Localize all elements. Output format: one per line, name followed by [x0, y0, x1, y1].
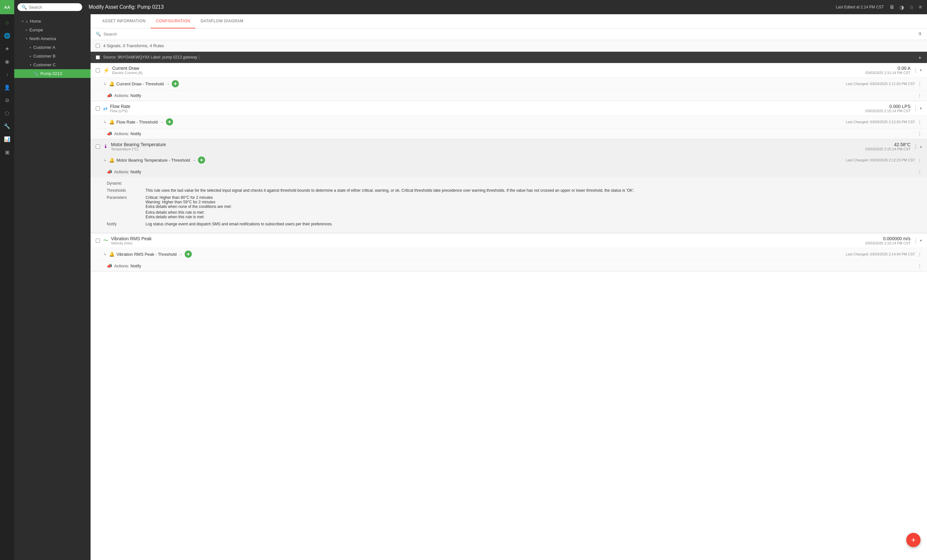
sidebar-item-customer-c[interactable]: ▾ Customer C: [14, 61, 91, 69]
detail-type-label: Dynamic: [107, 181, 146, 185]
sidebar-item-europe[interactable]: ▸ Europe: [14, 26, 91, 34]
action-flow-rate-row: 📣 Actions: Notify ⋮: [91, 128, 927, 139]
rule-current-draw-green-btn[interactable]: [172, 80, 179, 87]
signal-motor-bearing-section: 🌡 Motor Bearing Temperature Temperature …: [91, 140, 927, 234]
sidebar-item-customer-b[interactable]: ▸ Customer B: [14, 52, 91, 61]
rule-motor-bearing-dots-icon[interactable]: ⋮: [918, 158, 922, 162]
rule-vibration-threshold-name: Vibration RMS Peak - Threshold: [117, 252, 176, 257]
main-content: ASSET INFORMATION CONFIGURATION DATAFLOW…: [91, 14, 927, 560]
signal-current-draw-checkbox[interactable]: [96, 68, 100, 73]
sidebar-icon-globe[interactable]: 🌐: [1, 30, 13, 41]
sidebar-icons: ⌂ 🌐 ★ ◉ ↓ 👤 ⚙ ⬡ 🔧 📊 ▣: [0, 14, 14, 560]
home-arrow-icon: ▾: [22, 20, 24, 23]
source-collapse-icon[interactable]: ▲: [918, 55, 922, 59]
sidebar-icon-person[interactable]: 👤: [1, 82, 13, 93]
summary-checkbox[interactable]: [96, 44, 100, 48]
rule-motor-bearing-green-btn[interactable]: [198, 156, 205, 164]
rule-motor-bearing-threshold-row: ↳ 🔔 Motor Bearing Temperature - Threshol…: [91, 154, 927, 167]
sidebar-item-north-america[interactable]: ▾ North America: [14, 34, 91, 43]
rule-flow-rate-green-btn[interactable]: [166, 118, 173, 126]
sidebar-icon-wrench[interactable]: 🔧: [1, 120, 13, 132]
last-edited-text: Last Edited at 2:14 PM CST: [836, 5, 884, 9]
global-search-input[interactable]: [29, 5, 78, 10]
sidebar-item-home[interactable]: ▾ ⌂ Home: [14, 17, 91, 26]
action-megaphone-icon: 📣: [107, 169, 112, 174]
action-vibration-dots-icon[interactable]: ⋮: [918, 264, 922, 269]
vibration-dots-icon[interactable]: ⋮: [913, 238, 919, 244]
signal-motor-bearing-checkbox[interactable]: [96, 144, 100, 149]
motor-bearing-value-container: 42.58°C 03/03/2025 2:15:14 PM CST: [866, 142, 910, 151]
summary-row: 4 Signals, 0 Transforms, 4 Rules: [91, 40, 927, 52]
sidebar-icon-chart[interactable]: 📊: [1, 133, 13, 145]
vibration-name: Vibration RMS Peak: [111, 236, 152, 241]
app-logo: AA: [0, 0, 14, 14]
flow-rate-dots-icon[interactable]: ⋮: [913, 105, 919, 112]
menu-icon[interactable]: ≡: [919, 4, 922, 10]
tab-asset-information[interactable]: ASSET INFORMATION: [97, 14, 151, 29]
sidebar-item-customer-c-label: Customer C: [33, 62, 56, 67]
signal-vibration-row: 〜 Vibration RMS Peak Velocity (m/s) 0.00…: [91, 234, 927, 248]
action-value: Notify: [130, 169, 141, 174]
vibration-value-container: 0.000000 m/s 03/03/2025 2:15:14 PM CST: [866, 236, 910, 245]
star-icon[interactable]: ☆: [909, 4, 914, 11]
action-motor-bearing-dots-icon[interactable]: ⋮: [918, 169, 922, 174]
detail-param-extra3: Extra details when this rule is met:: [146, 215, 922, 219]
source-checkbox[interactable]: [96, 55, 100, 59]
signal-vibration-checkbox[interactable]: [96, 238, 100, 243]
current-draw-name: Current Draw: [112, 66, 143, 71]
vibration-date: 03/03/2025 2:15:14 PM CST: [866, 241, 910, 245]
add-fab-button[interactable]: +: [906, 533, 921, 547]
current-draw-chevron-icon[interactable]: ▾: [920, 68, 922, 73]
current-draw-dots-icon[interactable]: ⋮: [913, 67, 919, 73]
action-current-draw-dots-icon[interactable]: ⋮: [918, 93, 922, 98]
topbar-right: Last Edited at 2:14 PM CST 🖥 ◑ ☆ ≡: [836, 4, 922, 11]
tab-configuration[interactable]: CONFIGURATION: [151, 14, 195, 29]
action-value: Notify: [130, 93, 141, 98]
rule-current-draw-dots-icon[interactable]: ⋮: [918, 82, 922, 87]
motor-bearing-signal-icon: 🌡: [103, 144, 108, 149]
customer-a-arrow-icon: ▸: [30, 46, 31, 49]
sidebar-icon-star[interactable]: ★: [1, 42, 13, 54]
global-search-container[interactable]: 🔍: [17, 3, 82, 11]
detail-param-extra2: Extra details when this rule is met:: [146, 210, 922, 215]
sidebar-icon-network[interactable]: ⬡: [1, 107, 13, 119]
page-title: Modify Asset Config: Pump 0213: [89, 4, 836, 10]
sidebar-icon-download[interactable]: ↓: [1, 68, 13, 80]
sidebar-item-customer-a[interactable]: ▸ Customer A: [14, 43, 91, 52]
rule-vibration-green-btn[interactable]: [185, 250, 192, 258]
motor-bearing-chevron-icon[interactable]: ▴: [920, 144, 922, 149]
rule-motor-bearing-date: Last Changed: 03/03/2025 2:12:23 PM CST: [846, 158, 915, 162]
sidebar-item-pump-0213-label: Pump 0213: [40, 71, 62, 76]
north-america-arrow-icon: ▾: [26, 37, 27, 40]
sidebar-icon-terminal[interactable]: ▣: [1, 146, 13, 158]
motor-bearing-dots-icon[interactable]: ⋮: [913, 144, 919, 150]
config-search-input[interactable]: [103, 32, 915, 36]
signal-vibration-section: 〜 Vibration RMS Peak Velocity (m/s) 0.00…: [91, 234, 927, 272]
source-dots-icon[interactable]: ⋮: [197, 55, 201, 59]
sidebar-item-customer-a-label: Customer A: [33, 45, 55, 50]
sidebar-icon-settings[interactable]: ⚙: [1, 94, 13, 106]
tab-dataflow-diagram[interactable]: DATAFLOW DIAGRAM: [195, 14, 248, 29]
rule-vibration-dots-icon[interactable]: ⋮: [918, 252, 922, 257]
rule-indent-icon: ↳: [103, 252, 106, 256]
detail-thresholds-row: Thresholds This rule uses the last value…: [107, 188, 922, 193]
filter-icon[interactable]: ⚗: [918, 32, 922, 36]
theme-icon[interactable]: ◑: [900, 4, 904, 11]
source-row: Source: 9NYOA8KWQY8X Label: pump 0213 ga…: [91, 52, 927, 63]
detail-param-critical: Critical: Higher than 80°C for 2 minutes: [146, 195, 922, 200]
sidebar-icon-gauge[interactable]: ◉: [1, 56, 13, 67]
vibration-chevron-icon[interactable]: ▾: [920, 238, 922, 243]
sidebar-item-pump-0213[interactable]: 🔧 Pump 0213: [14, 69, 91, 78]
signal-flow-rate-checkbox[interactable]: [96, 106, 100, 111]
sidebar-icon-home[interactable]: ⌂: [1, 17, 13, 29]
signal-motor-bearing-row: 🌡 Motor Bearing Temperature Temperature …: [91, 140, 927, 154]
action-flow-rate-dots-icon[interactable]: ⋮: [918, 131, 922, 136]
rule-flow-rate-threshold-row: ↳ 🔔 Flow Rate - Threshold → Last Changed…: [91, 116, 927, 128]
vibration-value: 0.000000 m/s: [866, 236, 910, 241]
detail-type-row: Dynamic: [107, 181, 922, 185]
rule-flow-rate-dots-icon[interactable]: ⋮: [918, 120, 922, 124]
monitor-icon[interactable]: 🖥: [889, 4, 894, 10]
sidebar-item-europe-label: Europe: [29, 27, 43, 32]
vibration-signal-icon: 〜: [103, 237, 108, 244]
flow-rate-chevron-icon[interactable]: ▾: [920, 106, 922, 111]
